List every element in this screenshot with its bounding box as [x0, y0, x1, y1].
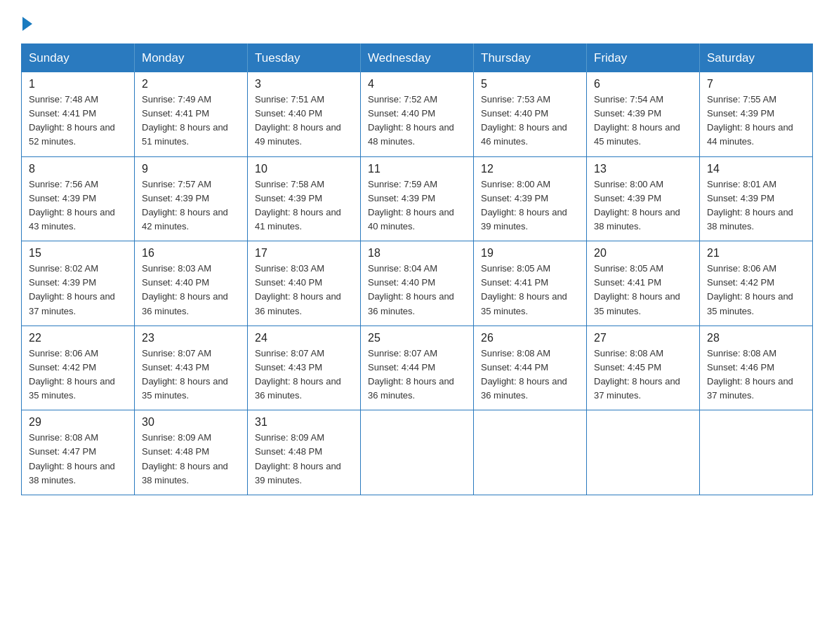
calendar-cell: 10Sunrise: 7:58 AMSunset: 4:39 PMDayligh… [248, 156, 361, 241]
calendar-cell: 13Sunrise: 8:00 AMSunset: 4:39 PMDayligh… [587, 156, 700, 241]
day-info: Sunrise: 8:05 AMSunset: 4:41 PMDaylight:… [481, 262, 579, 318]
day-info: Sunrise: 8:00 AMSunset: 4:39 PMDaylight:… [481, 177, 579, 234]
calendar-cell: 27Sunrise: 8:08 AMSunset: 4:45 PMDayligh… [587, 326, 700, 410]
calendar-cell: 24Sunrise: 8:07 AMSunset: 4:43 PMDayligh… [248, 326, 361, 410]
calendar-cell: 2Sunrise: 7:49 AMSunset: 4:41 PMDaylight… [135, 72, 248, 156]
day-info: Sunrise: 7:55 AMSunset: 4:39 PMDaylight:… [707, 93, 805, 149]
day-number: 21 [707, 247, 805, 260]
calendar-cell: 9Sunrise: 7:57 AMSunset: 4:39 PMDaylight… [135, 156, 248, 241]
calendar-cell: 15Sunrise: 8:02 AMSunset: 4:39 PMDayligh… [22, 241, 135, 326]
calendar-cell: 31Sunrise: 8:09 AMSunset: 4:48 PMDayligh… [248, 410, 361, 495]
day-number: 4 [368, 78, 466, 90]
calendar-cell: 17Sunrise: 8:03 AMSunset: 4:40 PMDayligh… [248, 241, 361, 326]
calendar-cell: 25Sunrise: 8:07 AMSunset: 4:44 PMDayligh… [361, 326, 474, 410]
logo-arrow-icon [22, 17, 32, 31]
day-info: Sunrise: 8:08 AMSunset: 4:45 PMDaylight:… [594, 347, 692, 403]
day-info: Sunrise: 8:04 AMSunset: 4:40 PMDaylight:… [368, 262, 466, 318]
day-info: Sunrise: 7:49 AMSunset: 4:41 PMDaylight:… [142, 93, 240, 149]
calendar-week-row: 29Sunrise: 8:08 AMSunset: 4:47 PMDayligh… [22, 410, 813, 495]
day-number: 8 [29, 163, 127, 175]
day-info: Sunrise: 8:08 AMSunset: 4:44 PMDaylight:… [481, 347, 579, 403]
calendar-table: SundayMondayTuesdayWednesdayThursdayFrid… [21, 43, 813, 495]
logo [21, 14, 32, 31]
day-number: 11 [368, 163, 466, 175]
day-number: 12 [481, 163, 579, 175]
day-number: 14 [707, 163, 805, 175]
day-header-saturday: Saturday [700, 44, 813, 73]
day-info: Sunrise: 8:08 AMSunset: 4:47 PMDaylight:… [29, 431, 127, 488]
day-number: 16 [142, 247, 240, 260]
day-number: 30 [142, 416, 240, 429]
day-number: 1 [29, 78, 127, 90]
day-number: 10 [255, 163, 353, 175]
day-number: 24 [255, 332, 353, 344]
calendar-week-row: 15Sunrise: 8:02 AMSunset: 4:39 PMDayligh… [22, 241, 813, 326]
day-info: Sunrise: 8:03 AMSunset: 4:40 PMDaylight:… [255, 262, 353, 318]
day-number: 3 [255, 78, 353, 90]
calendar-cell [587, 410, 700, 495]
day-info: Sunrise: 8:06 AMSunset: 4:42 PMDaylight:… [707, 262, 805, 318]
day-info: Sunrise: 8:07 AMSunset: 4:43 PMDaylight:… [255, 347, 353, 403]
calendar-cell: 22Sunrise: 8:06 AMSunset: 4:42 PMDayligh… [22, 326, 135, 410]
calendar-cell [474, 410, 587, 495]
day-number: 13 [594, 163, 692, 175]
day-number: 27 [594, 332, 692, 344]
calendar-cell: 21Sunrise: 8:06 AMSunset: 4:42 PMDayligh… [700, 241, 813, 326]
day-header-sunday: Sunday [22, 44, 135, 73]
day-info: Sunrise: 7:48 AMSunset: 4:41 PMDaylight:… [29, 93, 127, 149]
calendar-cell: 3Sunrise: 7:51 AMSunset: 4:40 PMDaylight… [248, 72, 361, 156]
day-number: 26 [481, 332, 579, 344]
day-header-friday: Friday [587, 44, 700, 73]
calendar-cell: 7Sunrise: 7:55 AMSunset: 4:39 PMDaylight… [700, 72, 813, 156]
day-info: Sunrise: 8:08 AMSunset: 4:46 PMDaylight:… [707, 347, 805, 403]
day-info: Sunrise: 7:52 AMSunset: 4:40 PMDaylight:… [368, 93, 466, 149]
day-number: 19 [481, 247, 579, 260]
day-number: 31 [255, 416, 353, 429]
days-header-row: SundayMondayTuesdayWednesdayThursdayFrid… [22, 44, 813, 73]
day-header-wednesday: Wednesday [361, 44, 474, 73]
day-number: 7 [707, 78, 805, 90]
day-number: 17 [255, 247, 353, 260]
day-number: 22 [29, 332, 127, 344]
calendar-cell: 11Sunrise: 7:59 AMSunset: 4:39 PMDayligh… [361, 156, 474, 241]
page-header [21, 14, 813, 31]
calendar-cell [361, 410, 474, 495]
day-info: Sunrise: 7:57 AMSunset: 4:39 PMDaylight:… [142, 177, 240, 234]
day-number: 6 [594, 78, 692, 90]
calendar-cell: 20Sunrise: 8:05 AMSunset: 4:41 PMDayligh… [587, 241, 700, 326]
day-number: 18 [368, 247, 466, 260]
calendar-cell: 18Sunrise: 8:04 AMSunset: 4:40 PMDayligh… [361, 241, 474, 326]
calendar-cell: 16Sunrise: 8:03 AMSunset: 4:40 PMDayligh… [135, 241, 248, 326]
day-info: Sunrise: 7:54 AMSunset: 4:39 PMDaylight:… [594, 93, 692, 149]
day-info: Sunrise: 7:58 AMSunset: 4:39 PMDaylight:… [255, 177, 353, 234]
day-number: 9 [142, 163, 240, 175]
day-number: 25 [368, 332, 466, 344]
day-info: Sunrise: 8:06 AMSunset: 4:42 PMDaylight:… [29, 347, 127, 403]
day-number: 2 [142, 78, 240, 90]
calendar-week-row: 8Sunrise: 7:56 AMSunset: 4:39 PMDaylight… [22, 156, 813, 241]
calendar-cell: 4Sunrise: 7:52 AMSunset: 4:40 PMDaylight… [361, 72, 474, 156]
day-info: Sunrise: 8:05 AMSunset: 4:41 PMDaylight:… [594, 262, 692, 318]
day-info: Sunrise: 8:01 AMSunset: 4:39 PMDaylight:… [707, 177, 805, 234]
calendar-cell: 29Sunrise: 8:08 AMSunset: 4:47 PMDayligh… [22, 410, 135, 495]
day-number: 20 [594, 247, 692, 260]
day-info: Sunrise: 7:51 AMSunset: 4:40 PMDaylight:… [255, 93, 353, 149]
day-header-monday: Monday [135, 44, 248, 73]
day-info: Sunrise: 8:02 AMSunset: 4:39 PMDaylight:… [29, 262, 127, 318]
day-number: 23 [142, 332, 240, 344]
calendar-cell: 5Sunrise: 7:53 AMSunset: 4:40 PMDaylight… [474, 72, 587, 156]
day-header-thursday: Thursday [474, 44, 587, 73]
day-info: Sunrise: 8:00 AMSunset: 4:39 PMDaylight:… [594, 177, 692, 234]
calendar-week-row: 22Sunrise: 8:06 AMSunset: 4:42 PMDayligh… [22, 326, 813, 410]
calendar-cell: 1Sunrise: 7:48 AMSunset: 4:41 PMDaylight… [22, 72, 135, 156]
calendar-cell: 23Sunrise: 8:07 AMSunset: 4:43 PMDayligh… [135, 326, 248, 410]
calendar-cell [700, 410, 813, 495]
calendar-cell: 8Sunrise: 7:56 AMSunset: 4:39 PMDaylight… [22, 156, 135, 241]
calendar-cell: 19Sunrise: 8:05 AMSunset: 4:41 PMDayligh… [474, 241, 587, 326]
calendar-cell: 6Sunrise: 7:54 AMSunset: 4:39 PMDaylight… [587, 72, 700, 156]
day-number: 29 [29, 416, 127, 429]
day-info: Sunrise: 8:07 AMSunset: 4:44 PMDaylight:… [368, 347, 466, 403]
day-info: Sunrise: 8:09 AMSunset: 4:48 PMDaylight:… [255, 431, 353, 488]
day-info: Sunrise: 8:03 AMSunset: 4:40 PMDaylight:… [142, 262, 240, 318]
day-number: 15 [29, 247, 127, 260]
